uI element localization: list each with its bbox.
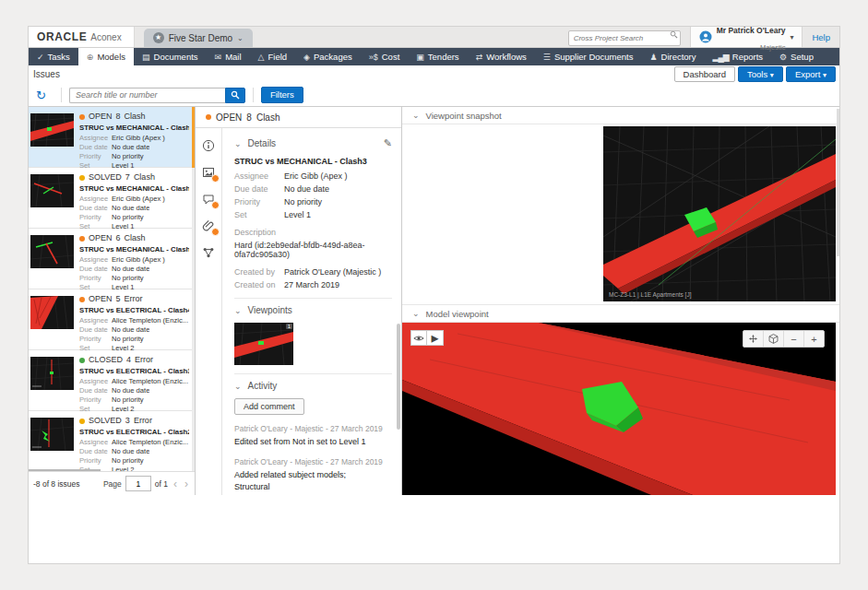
project-selector[interactable]: ★ Five Star Demo ⌄ — [144, 29, 253, 47]
search-button[interactable] — [225, 88, 245, 103]
issue-card-info: SOLVED7Clash STRUC vs MECHANICAL - Clash… — [79, 172, 189, 228]
relations-icon[interactable] — [202, 246, 215, 259]
pan-icon[interactable] — [743, 331, 763, 347]
detail-status: OPEN — [216, 112, 242, 123]
attachments-icon[interactable] — [202, 219, 215, 232]
pagination: -8 of 8 issues Page of 1 ‹ › — [29, 471, 195, 495]
user-menu[interactable]: Mr Patrick O'Leary Majestic ▾ — [690, 27, 803, 47]
scrollbar-thumb[interactable] — [192, 107, 195, 168]
add-comment-button[interactable]: Add comment — [234, 398, 304, 415]
scrollbar-thumb[interactable] — [397, 324, 400, 430]
viewpoint-snapshot-header[interactable]: ⌄ Viewpoint snapshot — [402, 107, 839, 124]
activity-section-header[interactable]: ⌄ Activity — [234, 381, 392, 391]
details-section-header[interactable]: ⌄ Details ✎ — [234, 137, 392, 149]
reports-icon: ▂▄▆ — [713, 53, 729, 62]
issue-search-input[interactable] — [69, 88, 225, 103]
viewpoints-section-header[interactable]: ⌄ Viewpoints — [234, 305, 392, 315]
nav-item-packages[interactable]: ◈Packages — [295, 48, 361, 65]
chevron-down-icon: ⌄ — [412, 309, 420, 318]
issue-detail-panel: OPEN 8 Clash ⌄ Details ✎ — [196, 107, 402, 495]
project-selector-label: Five Star Demo — [169, 33, 232, 43]
page-input[interactable] — [125, 476, 151, 491]
detail-header: OPEN 8 Clash — [196, 107, 401, 128]
nav-item-workflows[interactable]: ⇄Workflows — [468, 48, 535, 65]
nav-item-tenders[interactable]: ▣Tenders — [408, 48, 467, 65]
nav-item-documents[interactable]: ▤Documents — [134, 48, 207, 65]
nav-item-mail[interactable]: ✉Mail — [207, 48, 250, 65]
model-viewpoint-header[interactable]: ⌄ Model viewpoint — [402, 305, 839, 323]
nav-item-tasks[interactable]: ✓Tasks — [29, 48, 78, 65]
help-link[interactable]: Help — [803, 32, 839, 42]
zoom-in-icon[interactable]: + — [803, 331, 824, 347]
orbit-cube-icon[interactable] — [763, 331, 783, 347]
divider — [234, 298, 392, 299]
issue-number: 7 — [125, 172, 130, 183]
viewpoints-icon[interactable] — [202, 166, 215, 179]
issue-thumbnail — [30, 235, 74, 268]
gear-icon: ⚙ — [779, 53, 787, 62]
viewer-right-toolbar: − + — [743, 330, 825, 348]
viewpoints-section-label: Viewpoints — [248, 305, 292, 315]
refresh-icon[interactable]: ↻ — [36, 89, 46, 101]
cross-project-search-input[interactable] — [568, 30, 681, 46]
nav-item-directory[interactable]: ♟Directory — [641, 48, 704, 65]
tools-button[interactable]: Tools ▾ — [738, 66, 783, 83]
nav-item-setup[interactable]: ⚙Setup — [771, 48, 822, 65]
model-viewpoint-label: Model viewpoint — [426, 309, 489, 319]
filters-button[interactable]: Filters — [261, 87, 303, 102]
screen: ORACLE Aconex ★ Five Star Demo ⌄ Mr Patr… — [0, 0, 868, 590]
search-icon — [231, 90, 240, 100]
viewpoint-snapshot-area: MC-Z3-L1 | L1E Apartments [J] — [402, 124, 839, 305]
header-actions: Dashboard Tools ▾ Export ▾ — [674, 66, 837, 83]
nav-item-field[interactable]: △Field — [250, 48, 296, 65]
activity-meta: Patrick O'Leary - Majestic - 27 March 20… — [234, 457, 392, 466]
play-icon[interactable]: ▸ — [427, 330, 444, 346]
issue-card[interactable]: OPEN5Error STRUC vs ELECTRICAL - Clash4 … — [29, 289, 195, 350]
next-page-icon[interactable]: › — [183, 478, 190, 490]
info-icon[interactable] — [202, 139, 215, 152]
issue-card[interactable]: SOLVED7Clash STRUC vs MECHANICAL - Clash… — [29, 168, 195, 229]
detail-number: 8 — [246, 112, 252, 123]
detail-set: Level 1 — [284, 210, 311, 219]
issue-title: STRUC vs ELECTRICAL - Clash3 — [79, 367, 189, 375]
divider — [234, 373, 392, 374]
issue-title: STRUC vs MECHANICAL - Clash1 — [79, 245, 189, 254]
nav-item-supplier-documents[interactable]: ☰Supplier Documents — [535, 48, 642, 65]
viewpoint-snapshot-image[interactable]: MC-Z3-L1 | L1E Apartments [J] — [603, 126, 836, 301]
comments-icon[interactable] — [202, 193, 215, 206]
dashboard-button[interactable]: Dashboard — [674, 66, 735, 83]
export-button[interactable]: Export ▾ — [786, 66, 836, 83]
detail-assignee: Eric Gibb (Apex ) — [284, 171, 348, 181]
viewpoint-snapshot-label: Viewpoint snapshot — [426, 111, 502, 121]
issue-type: Clash — [134, 172, 155, 183]
nav-item-reports[interactable]: ▂▄▆Reports — [705, 48, 772, 65]
issue-card[interactable]: OPEN8Clash STRUC vs MECHANICAL - Clash3 … — [29, 107, 195, 168]
list-toolbar: ↻ Filters — [29, 83, 839, 107]
page-of: of 1 — [155, 479, 168, 489]
zoom-out-icon[interactable]: − — [783, 331, 803, 347]
aconex-logo-text: Aconex — [90, 32, 121, 42]
activity-item: Patrick O'Leary - Majestic - 27 March 20… — [234, 457, 392, 495]
viewpoint-panel: ⌄ Viewpoint snapshot — [402, 107, 839, 495]
scrollbar-thumb[interactable] — [837, 109, 839, 256]
issue-card[interactable]: SOLVED3Error STRUC vs ELECTRICAL - Clash… — [29, 411, 195, 472]
detail-content: ⌄ Details ✎ STRUC vs MECHANICAL - Clash3… — [222, 128, 401, 495]
viewpoint-thumbnail[interactable]: 1 — [234, 323, 293, 365]
oracle-aconex-logo: ORACLE Aconex — [29, 27, 135, 47]
page-header-row: Issues Dashboard Tools ▾ Export ▾ — [29, 65, 839, 83]
nav-item-models[interactable]: ⊕Models — [78, 48, 134, 65]
page-title: Issues — [31, 69, 60, 79]
issue-card[interactable]: OPEN6Clash STRUC vs MECHANICAL - Clash1 … — [29, 229, 195, 289]
badge — [211, 228, 220, 236]
main-panels: OPEN8Clash STRUC vs MECHANICAL - Clash3 … — [29, 106, 839, 495]
search-icon[interactable] — [670, 30, 678, 39]
eye-icon[interactable] — [410, 330, 427, 346]
app-window: ORACLE Aconex ★ Five Star Demo ⌄ Mr Patr… — [28, 26, 840, 564]
detail-icon-rail — [196, 128, 222, 495]
model-viewer[interactable]: ▸ − + — [402, 323, 836, 495]
prev-page-icon[interactable]: ‹ — [172, 478, 179, 490]
field-icon: △ — [258, 53, 265, 62]
nav-item-cost[interactable]: »$Cost — [361, 48, 409, 65]
issue-card[interactable]: CLOSED4Error STRUC vs ELECTRICAL - Clash… — [29, 350, 195, 411]
edit-pencil-icon[interactable]: ✎ — [384, 137, 392, 149]
